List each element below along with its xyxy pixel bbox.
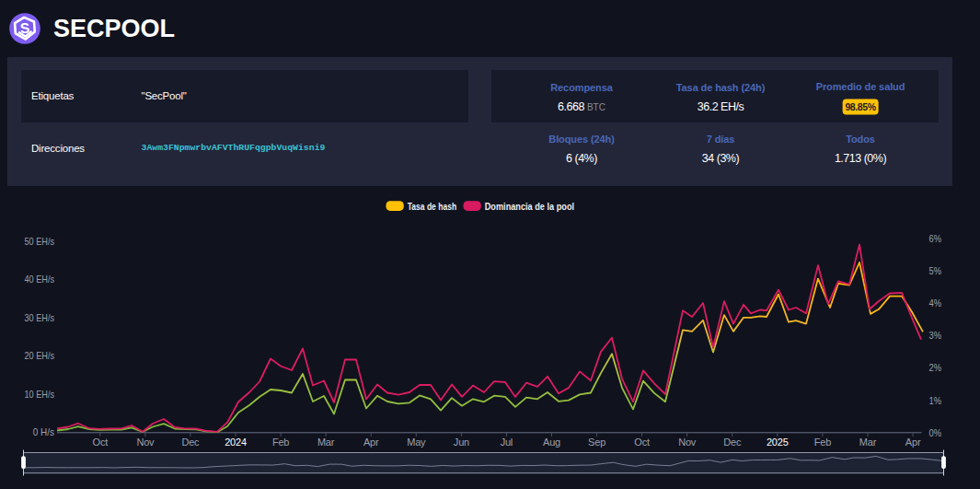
svg-text:10 EH/s: 10 EH/s xyxy=(25,389,55,400)
svg-text:Mar: Mar xyxy=(317,437,335,448)
svg-text:30 EH/s: 30 EH/s xyxy=(25,312,55,323)
svg-text:Jun: Jun xyxy=(454,437,469,448)
svg-text:Nov: Nov xyxy=(678,437,697,448)
svg-text:2%: 2% xyxy=(929,362,942,373)
svg-text:Feb: Feb xyxy=(814,437,831,448)
svg-text:Jul: Jul xyxy=(501,437,513,448)
svg-text:2024: 2024 xyxy=(225,437,247,448)
svg-text:1%: 1% xyxy=(929,395,942,406)
svg-text:5%: 5% xyxy=(929,265,942,276)
svg-text:Sep: Sep xyxy=(588,437,605,448)
svg-text:Aug: Aug xyxy=(543,437,560,448)
svg-text:Feb: Feb xyxy=(272,437,289,448)
svg-text:Oct: Oct xyxy=(93,437,109,448)
svg-text:Dec: Dec xyxy=(181,437,200,448)
svg-text:Dominancia de la pool: Dominancia de la pool xyxy=(485,201,574,212)
svg-text:40 EH/s: 40 EH/s xyxy=(25,274,55,285)
svg-text:Apr: Apr xyxy=(363,437,379,448)
svg-text:Oct: Oct xyxy=(634,437,650,448)
svg-text:3%: 3% xyxy=(929,330,942,341)
svg-text:4%: 4% xyxy=(929,297,942,309)
svg-text:0%: 0% xyxy=(929,427,942,438)
svg-text:0 H/s: 0 H/s xyxy=(33,426,55,437)
svg-text:Dec: Dec xyxy=(723,437,742,448)
svg-text:50 EH/s: 50 EH/s xyxy=(25,236,55,247)
svg-text:Tasa de hash: Tasa de hash xyxy=(408,201,457,212)
svg-text:Mar: Mar xyxy=(859,437,877,448)
svg-text:6%: 6% xyxy=(929,233,942,244)
svg-text:2025: 2025 xyxy=(767,437,789,448)
svg-text:Apr: Apr xyxy=(905,437,921,448)
svg-text:Nov: Nov xyxy=(136,437,155,448)
svg-text:May: May xyxy=(407,437,426,448)
svg-text:20 EH/s: 20 EH/s xyxy=(25,350,55,361)
